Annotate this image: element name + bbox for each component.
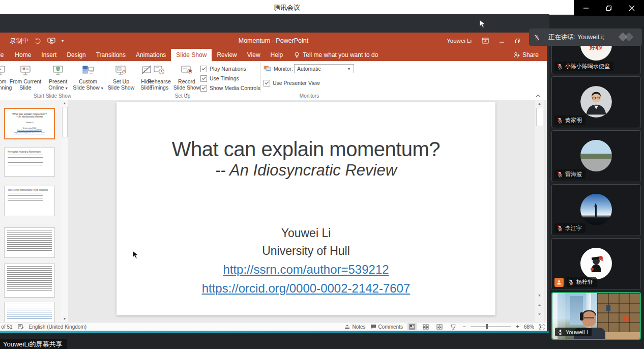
- minimize-button[interactable]: [582, 4, 590, 12]
- from-current-slide-icon: [7, 63, 44, 78]
- slideshow-view-button[interactable]: [449, 323, 458, 330]
- tab-view[interactable]: View: [242, 49, 266, 61]
- tell-me-box[interactable]: Tell me what you want to do: [288, 49, 378, 61]
- play-narrations-checkbox[interactable]: Play Narrations: [200, 65, 246, 72]
- ribbon-tab-row: File Home Insert Design Transitions Anim…: [0, 49, 547, 61]
- participant-tile[interactable]: 雷海波: [551, 130, 641, 182]
- zoom-slider[interactable]: [471, 326, 511, 327]
- previous-slide-button[interactable]: ⏶: [535, 303, 544, 307]
- tab-animations[interactable]: Animations: [131, 49, 171, 61]
- set-up-slide-show-button[interactable]: Set Up Slide Show: [107, 63, 135, 91]
- participant-name-badge: 杨梓轩: [566, 277, 597, 287]
- status-bar: 1 of 51 English (United Kingdom) Notes: [0, 322, 547, 331]
- scroll-down-icon[interactable]: ▼: [61, 317, 68, 321]
- qat-dropdown-caret[interactable]: ▾: [62, 39, 64, 43]
- tab-file[interactable]: File: [0, 49, 10, 61]
- zoom-slider-thumb[interactable]: [486, 324, 488, 329]
- custom-slide-show-button[interactable]: Custom Slide Show ▾: [72, 63, 104, 92]
- slide-canvas[interactable]: What can explain momentum? -- An Idiosyn…: [116, 102, 495, 315]
- language-status[interactable]: English (United Kingdom): [29, 324, 86, 330]
- use-timings-checkbox[interactable]: Use Timings: [200, 75, 239, 82]
- share-person-icon: [513, 52, 520, 58]
- ppt-titlebar: 录制中 ▾ Momentum - PowerPoint Youwei Li: [0, 33, 547, 49]
- meeting-window-titlebar: 腾讯会议: [0, 0, 574, 15]
- participant-tile[interactable]: 杨梓轩: [551, 238, 641, 290]
- comments-button[interactable]: Comments: [370, 324, 403, 330]
- scroll-down-icon[interactable]: ▼: [535, 294, 544, 298]
- participant-name-badge: 雷海波: [554, 169, 586, 179]
- slide-link-orcid[interactable]: https://orcid.org/0000-0002-2142-7607: [116, 281, 495, 296]
- thumbnail-slide-6[interactable]: [4, 302, 55, 323]
- notes-label: Notes: [352, 324, 365, 330]
- share-button[interactable]: Share: [513, 49, 547, 61]
- close-button[interactable]: [628, 4, 636, 12]
- scrollbar-thumb[interactable]: [62, 107, 68, 137]
- zoom-out-button[interactable]: −: [462, 323, 466, 330]
- present-online-icon: [44, 63, 72, 78]
- monitor-select-value: Automatic: [297, 66, 321, 72]
- recording-indicator: 录制中: [10, 37, 28, 45]
- avatar: [580, 194, 612, 225]
- present-online-label: Present Online ▾: [44, 78, 72, 92]
- ppt-restore-icon[interactable]: [515, 38, 520, 44]
- show-media-controls-label: Show Media Controls: [210, 85, 260, 91]
- muted-mic-icon: [557, 225, 563, 231]
- show-media-controls-checkbox[interactable]: Show Media Controls: [200, 84, 260, 92]
- shared-screen-area: 录制中 ▾ Momentum - PowerPoint Youwei Li: [0, 14, 549, 333]
- tab-slide-show[interactable]: Slide Show: [171, 49, 212, 61]
- reading-view-button[interactable]: [435, 323, 444, 330]
- monitor-select[interactable]: Automatic ▼: [294, 64, 354, 73]
- tab-design[interactable]: Design: [62, 49, 91, 61]
- start-slideshow-icon[interactable]: [47, 37, 55, 44]
- record-slide-show-button[interactable]: Record Slide Show ▾: [172, 63, 201, 98]
- avatar: [580, 140, 612, 171]
- avatar-decoration: [595, 206, 597, 218]
- thumbnail-slide-4[interactable]: [4, 227, 55, 258]
- ppt-minimize-icon[interactable]: [499, 38, 505, 44]
- spellcheck-icon[interactable]: [18, 324, 24, 330]
- participant-name-badge: 小陈小陈喝水便盆: [554, 62, 613, 71]
- tab-home[interactable]: Home: [10, 49, 36, 61]
- participant-tile[interactable]: 李江宇: [551, 184, 641, 236]
- thumbnail-slide-5[interactable]: [4, 264, 55, 298]
- editor-area: What can explain momentum? -- An Idiosyn…: [0, 100, 547, 323]
- scrollbar-thumb[interactable]: [536, 108, 543, 126]
- restore-button[interactable]: [605, 4, 613, 12]
- tab-transitions[interactable]: Transitions: [91, 49, 131, 61]
- thumbnail-slide-2[interactable]: Key words related to Momentum: [4, 148, 55, 177]
- slide-sorter-view-button[interactable]: [421, 323, 430, 330]
- zoom-percentage[interactable]: 68%: [524, 324, 534, 330]
- slide-link-ssrn[interactable]: http://ssrn.com/author=539212: [116, 262, 495, 277]
- use-timings-label: Use Timings: [210, 75, 239, 81]
- tab-review[interactable]: Review: [212, 49, 242, 61]
- normal-view-button[interactable]: [407, 323, 417, 330]
- play-narrations-label: Play Narrations: [210, 66, 246, 72]
- account-name[interactable]: Youwei Li: [447, 38, 472, 44]
- participant-name-badge: 李江宇: [554, 223, 586, 233]
- thumbnail-scrollbar[interactable]: ▲ ▼: [61, 100, 68, 323]
- participant-name-badge: YouweiLi: [555, 328, 592, 336]
- thumbnail-slide-3[interactable]: Time-series momentum/Trend following: [4, 186, 55, 216]
- use-presenter-view-checkbox[interactable]: Use Presenter View: [264, 79, 320, 86]
- scroll-up-icon[interactable]: ▲: [61, 101, 68, 105]
- scroll-up-icon[interactable]: ▲: [535, 102, 544, 106]
- next-slide-button[interactable]: ⏷: [535, 312, 544, 316]
- tab-help[interactable]: Help: [266, 49, 288, 61]
- status-left: 1 of 51 English (United Kingdom): [0, 323, 86, 331]
- undo-icon[interactable]: [35, 38, 41, 44]
- group-label-start-slide-show: Start Slide Show: [0, 93, 105, 99]
- zoom-in-button[interactable]: +: [516, 323, 519, 330]
- chevron-down-icon: ▼: [347, 67, 354, 71]
- rehearse-timings-button[interactable]: Rehearse Timings: [147, 63, 172, 91]
- from-current-slide-button[interactable]: From Current Slide: [7, 63, 44, 91]
- collapse-ribbon-icon[interactable]: [536, 94, 541, 98]
- slide-scrollbar[interactable]: ▲ ▼ ⏶ ⏷: [535, 100, 544, 323]
- ribbon-display-options-icon[interactable]: [482, 38, 489, 44]
- thumbnail-slide-1[interactable]: What can explain momentum? -- An Idiosyn…: [4, 108, 55, 139]
- fit-slide-to-window-icon[interactable]: [539, 324, 545, 330]
- notes-button[interactable]: Notes: [344, 324, 365, 330]
- present-online-button[interactable]: Present Online ▾: [44, 63, 72, 92]
- tab-insert[interactable]: Insert: [36, 49, 62, 61]
- participant-tile[interactable]: 黄家明: [551, 76, 641, 128]
- participant-tile-active-speaker[interactable]: YouweiLi: [551, 292, 641, 340]
